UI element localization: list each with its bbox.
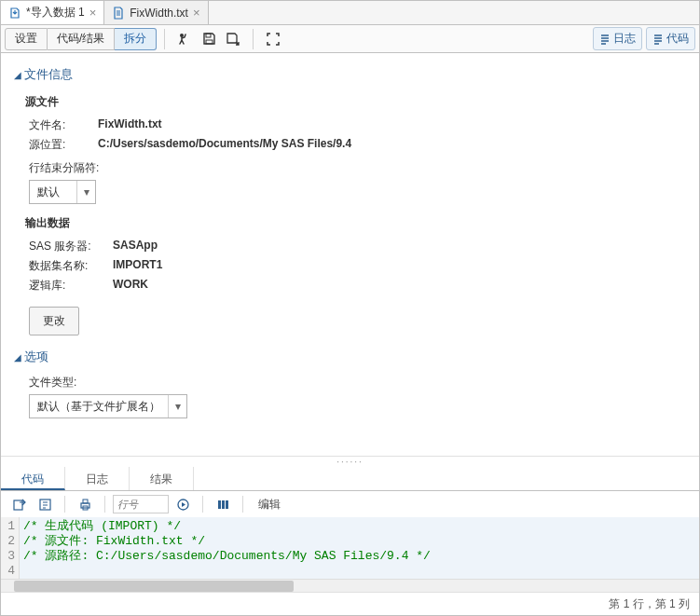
label: 源位置:	[29, 137, 98, 153]
log-list-icon	[599, 34, 611, 45]
horizontal-scrollbar[interactable]	[1, 579, 699, 592]
tab-label: *导入数据 1	[26, 5, 85, 21]
log-pill-button[interactable]: 日志	[593, 27, 642, 50]
status-bar: 第 1 行，第 1 列	[1, 592, 699, 616]
top-tab-bar: *导入数据 1 × FixWidth.txt ×	[1, 1, 699, 25]
chevron-down-icon: ▾	[76, 181, 95, 203]
collapse-triangle-icon: ◢	[14, 70, 21, 80]
separator	[202, 496, 203, 513]
save-icon[interactable]	[197, 27, 221, 51]
splitter-handle[interactable]: ······	[1, 456, 699, 467]
import-icon	[8, 7, 21, 20]
field-filetype: 文件类型: 默认（基于文件扩展名） ▾	[29, 375, 686, 418]
bottom-tab-bar: 代码 日志 结果	[1, 467, 699, 491]
seg-settings[interactable]: 设置	[5, 28, 48, 50]
value: SASApp	[113, 239, 158, 254]
goto-line-icon[interactable]	[171, 492, 195, 516]
open-file-icon[interactable]	[33, 492, 57, 516]
edit-button[interactable]: 编辑	[251, 495, 288, 514]
export-code-icon[interactable]	[7, 492, 31, 516]
btab-code[interactable]: 代码	[1, 467, 65, 490]
file-icon	[112, 7, 125, 20]
kv-server: SAS 服务器: SASApp	[29, 239, 686, 254]
output-data-header: 输出数据	[25, 215, 686, 231]
run-icon[interactable]	[172, 27, 197, 51]
btab-result[interactable]: 结果	[130, 467, 194, 490]
main-toolbar: 设置 代码/结果 拆分 日志 代码	[1, 25, 699, 53]
code-editor[interactable]: 1234 /* 生成代码 (IMPORT) */ /* 源文件: FixWidt…	[1, 517, 699, 579]
change-button[interactable]: 更改	[29, 307, 79, 335]
select-value: 默认（基于文件扩展名）	[30, 395, 168, 418]
separator	[164, 29, 165, 49]
tab-fixwidth[interactable]: FixWidth.txt ×	[104, 1, 208, 24]
section-title: 文件信息	[24, 66, 73, 83]
value: FixWidth.txt	[98, 117, 162, 133]
btab-log[interactable]: 日志	[65, 467, 130, 490]
pill-label: 代码	[666, 31, 689, 47]
separator	[104, 496, 105, 513]
section-title: 选项	[24, 349, 48, 365]
label: 数据集名称:	[29, 258, 113, 274]
save-as-icon[interactable]	[221, 27, 245, 51]
value: IMPORT1	[113, 258, 162, 274]
print-icon[interactable]	[73, 492, 97, 516]
code-toolbar: 编辑	[1, 491, 699, 517]
delimiter-select[interactable]: 默认 ▾	[29, 180, 96, 204]
scrollbar-thumb[interactable]	[14, 581, 294, 592]
filetype-select[interactable]: 默认（基于文件扩展名） ▾	[29, 394, 187, 418]
value: C:/Users/sasdemo/Documents/My SAS Files/…	[98, 137, 351, 153]
label: 文件名:	[29, 117, 98, 133]
kv-library: 逻辑库: WORK	[29, 278, 686, 294]
label: 逻辑库:	[29, 278, 113, 294]
section-options[interactable]: ◢ 选项	[14, 349, 686, 365]
label: SAS 服务器:	[29, 239, 113, 254]
kv-dataset: 数据集名称: IMPORT1	[29, 258, 686, 274]
svg-rect-9	[218, 500, 221, 509]
chevron-down-icon: ▾	[168, 395, 186, 418]
columns-icon[interactable]	[211, 492, 235, 516]
pill-label: 日志	[613, 31, 636, 47]
close-icon[interactable]: ×	[89, 6, 97, 20]
label: 文件类型:	[29, 375, 686, 390]
close-icon[interactable]: ×	[193, 6, 200, 20]
svg-rect-10	[222, 500, 225, 509]
section-file-info[interactable]: ◢ 文件信息	[14, 66, 686, 83]
svg-rect-11	[226, 500, 228, 509]
source-file-header: 源文件	[25, 94, 686, 110]
seg-code-result[interactable]: 代码/结果	[48, 28, 115, 50]
tab-label: FixWidth.txt	[130, 7, 188, 20]
code-list-icon	[652, 34, 664, 45]
value: WORK	[113, 278, 148, 294]
line-number-input[interactable]	[113, 495, 169, 513]
label: 行结束分隔符:	[29, 160, 686, 176]
separator	[253, 29, 254, 49]
line-gutter: 1234	[1, 517, 20, 579]
tab-import-data[interactable]: *导入数据 1 ×	[1, 1, 104, 24]
separator	[242, 496, 243, 513]
kv-path: 源位置: C:/Users/sasdemo/Documents/My SAS F…	[29, 137, 686, 153]
code-content: /* 生成代码 (IMPORT) */ /* 源文件: FixWidth.txt…	[20, 517, 699, 579]
select-value: 默认	[30, 181, 76, 203]
fullscreen-icon[interactable]	[261, 27, 285, 51]
code-pill-button[interactable]: 代码	[646, 27, 695, 50]
settings-panel: ◢ 文件信息 源文件 文件名: FixWidth.txt 源位置: C:/Use…	[1, 53, 699, 456]
field-delimiter: 行结束分隔符: 默认 ▾	[29, 160, 686, 204]
seg-split[interactable]: 拆分	[115, 28, 157, 50]
separator	[64, 496, 65, 513]
collapse-triangle-icon: ◢	[14, 352, 21, 363]
kv-filename: 文件名: FixWidth.txt	[29, 117, 686, 133]
